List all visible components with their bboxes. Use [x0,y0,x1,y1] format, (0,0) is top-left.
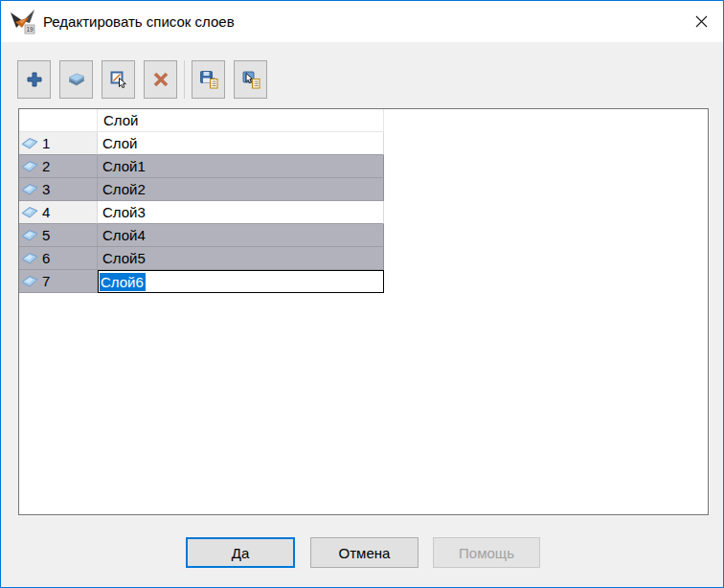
cancel-button[interactable]: Отмена [310,537,419,568]
table-corner-cell [19,109,98,132]
row-number: 3 [42,181,50,197]
layer-name-edit-input[interactable]: Слой6 [98,270,384,293]
layer-table: Слой 1 Слой 2 Слой1 3 Слой2 [18,108,709,515]
row-number: 7 [42,273,50,289]
toolbar [17,60,267,99]
layer-icon [21,160,38,173]
table-row[interactable]: 1 Слой [19,132,708,155]
row-header[interactable]: 6 [19,247,98,270]
layer-icon [21,183,38,196]
row-number: 1 [42,135,50,151]
rename-layer-button[interactable] [102,60,135,99]
layer-icon [21,275,38,288]
load-layer-list-icon [241,70,260,89]
row-header[interactable]: 1 [19,132,98,155]
add-layer-button[interactable] [17,60,51,99]
column-header-layer[interactable]: Слой [98,109,384,132]
save-layer-list-button[interactable] [192,60,225,99]
table-row[interactable]: 7 Слой6 [19,270,708,293]
table-row[interactable]: 2 Слой1 [19,155,708,178]
selected-edit-text: Слой6 [100,273,146,291]
table-row[interactable]: 4 Слой3 [19,201,708,224]
row-number: 4 [42,204,50,220]
row-number: 6 [42,250,50,266]
layer-icon [21,137,38,150]
row-header[interactable]: 5 [19,224,98,247]
title-bar: 19 Редактировать список слоев [1,1,723,42]
close-x-icon [695,15,708,28]
row-header[interactable]: 3 [19,178,98,201]
row-header[interactable]: 7 [19,270,98,293]
table-row[interactable]: 3 Слой2 [19,178,708,201]
table-row[interactable]: 5 Слой4 [19,224,708,247]
table-row[interactable]: 6 Слой5 [19,247,708,270]
layer-icon [21,206,38,219]
layer-icon [21,252,38,265]
delete-layer-x-icon [151,70,170,89]
edit-layer-list-dialog: 19 Редактировать список слоев [0,0,724,588]
add-layers-stack-button[interactable] [59,60,93,99]
row-header[interactable]: 2 [19,155,98,178]
row-header[interactable]: 4 [19,201,98,224]
table-header-row: Слой [19,109,708,132]
window-title: Редактировать список слоев [43,13,235,30]
svg-text:19: 19 [26,26,34,33]
toolbar-separator [184,60,185,99]
layer-table-body: 1 Слой 2 Слой1 3 Слой2 4 С [19,132,708,293]
ok-button[interactable]: Да [186,537,295,568]
layer-name-cell[interactable]: Слой1 [98,155,384,178]
layer-name-cell[interactable]: Слой2 [98,178,384,201]
load-layer-list-button[interactable] [234,60,267,99]
layer-name-cell[interactable]: Слой [98,132,384,155]
add-layer-plus-icon [25,70,44,89]
rename-layer-icon [109,70,128,89]
layer-name-cell[interactable]: Слой3 [98,201,384,224]
row-number: 2 [42,158,50,174]
close-button[interactable] [679,1,723,42]
row-number: 5 [42,227,50,243]
delete-layer-button[interactable] [144,60,177,99]
layer-icon [21,229,38,242]
layer-name-cell[interactable]: Слой5 [98,247,384,270]
app-logo-bird-19-icon: 19 [10,9,35,34]
layer-name-cell[interactable]: Слой4 [98,224,384,247]
help-button[interactable]: Помощь [433,537,540,568]
layers-stack-icon [67,70,86,89]
save-layer-list-icon [199,70,218,89]
